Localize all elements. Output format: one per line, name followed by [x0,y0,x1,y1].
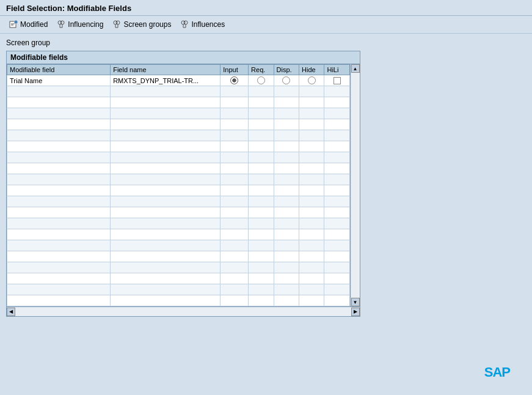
svg-point-3 [14,20,18,24]
radio-req-empty[interactable] [257,76,265,84]
modified-button[interactable]: Modified [5,18,51,31]
vertical-scrollbar[interactable]: ▲ ▼ [350,64,360,306]
checkbox-hili[interactable] [333,77,341,84]
radio-hide-empty[interactable] [308,76,316,84]
col-header-disp: Disp. [274,65,299,75]
table-row [7,163,350,174]
table-row [7,196,350,207]
influencing-label: Influencing [68,20,103,29]
scroll-right-arrow[interactable]: ▶ [351,308,360,316]
table-row [7,141,350,152]
col-header-input: Input [220,65,249,75]
modified-label: Modified [20,20,48,29]
cell-req[interactable] [249,75,274,86]
scroll-up-arrow[interactable]: ▲ [351,64,360,73]
col-header-req: Req. [249,65,274,75]
table-row [7,130,350,141]
svg-point-10 [116,21,120,24]
modifiable-fields-table: Modifiable field Field name Input Req. [7,64,350,306]
table-row [7,284,350,295]
table-group-label: Modifiable fields [7,51,360,64]
page-title: Field Selection: Modifiable Fields [6,4,526,13]
col-header-hili: HiLi [324,65,350,75]
cell-disp[interactable] [274,75,299,86]
table-scroll-area: Modifiable field Field name Input Req. [7,64,350,306]
influences-icon [180,20,189,29]
screen-groups-icon [112,20,122,29]
svg-point-15 [184,21,188,24]
table-row [7,262,350,273]
table-row [7,152,350,163]
table-row [7,218,350,229]
col-header-modifiable-field: Modifiable field [7,65,111,75]
horizontal-scroll-track[interactable] [15,308,351,316]
toolbar: Modified Influencing Screen groups [0,16,532,34]
screen-groups-label: Screen groups [123,20,171,29]
title-bar: Field Selection: Modifiable Fields [0,0,532,16]
scroll-down-arrow[interactable]: ▼ [351,298,360,306]
cell-modifiable-field: Trial Name [7,75,111,86]
table-row [7,295,350,306]
cell-hili[interactable] [324,75,350,86]
cell-hide[interactable] [299,75,324,86]
table-and-scrollbar: Modifiable field Field name Input Req. [7,64,360,306]
col-header-field-name: Field name [111,65,220,75]
horizontal-scrollbar[interactable]: ◀ ▶ [7,306,360,316]
modified-icon [9,20,18,29]
table-row[interactable]: Trial Name RMXTS_DYNP_TRIAL-TR... [7,75,350,86]
influences-label: Influences [191,20,225,29]
col-header-hide: Hide [299,65,324,75]
cell-field-name: RMXTS_DYNP_TRIAL-TR... [111,75,220,86]
section-label: Screen group [6,39,526,47]
scroll-track[interactable] [351,73,360,298]
radio-disp-empty[interactable] [282,76,290,84]
content-area: Screen group Modifiable fields Modifiabl… [0,34,532,322]
table-outer-box: Modifiable fields Modifiable field Field… [6,51,360,317]
table-row [7,119,350,130]
table-row [7,273,350,284]
influencing-icon [56,20,66,29]
cell-input[interactable] [220,75,249,86]
influences-button[interactable]: Influences [176,18,228,31]
scroll-left-arrow[interactable]: ◀ [7,308,15,316]
table-row [7,251,350,262]
svg-point-5 [60,21,64,24]
influencing-button[interactable]: Influencing [53,18,107,31]
table-row [7,108,350,119]
sap-logo: SAP [484,364,510,380]
screen-groups-button[interactable]: Screen groups [108,18,175,31]
table-row [7,229,350,240]
table-row [7,240,350,251]
table-row [7,174,350,185]
table-row [7,97,350,108]
table-row [7,185,350,196]
radio-input-filled[interactable] [230,76,238,84]
table-row [7,207,350,218]
table-row [7,86,350,97]
